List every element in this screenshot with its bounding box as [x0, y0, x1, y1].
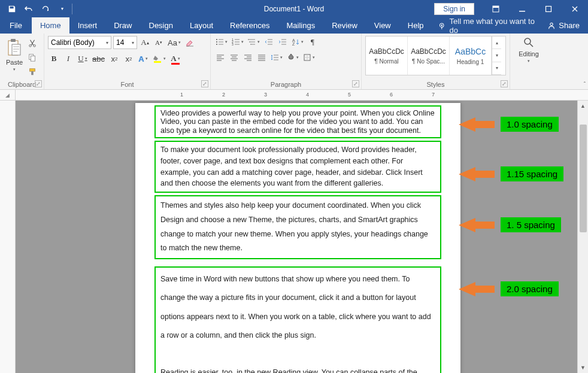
numbering-button[interactable]: 123 [231, 36, 245, 48]
minimize-button[interactable] [509, 0, 535, 17]
tab-home[interactable]: Home [32, 17, 69, 34]
highlight-button[interactable] [151, 53, 167, 65]
bold-button[interactable]: B [48, 53, 60, 65]
clear-formatting-button[interactable] [184, 37, 196, 48]
undo-button[interactable] [20, 1, 37, 17]
close-button[interactable] [562, 0, 588, 17]
text-effects-button[interactable]: A [137, 53, 149, 65]
redo-button[interactable] [37, 1, 54, 17]
subscript-button[interactable]: x2 [108, 53, 120, 65]
underline-button[interactable]: U [77, 53, 89, 65]
annotation-label: 1.15 spacing [501, 166, 563, 181]
svg-text:Z: Z [292, 42, 295, 46]
svg-rect-16 [31, 71, 34, 75]
document-area[interactable]: Video provides a powerful way to help yo… [16, 101, 588, 373]
paragraph-4[interactable]: Save time in Word with new buttons that … [154, 266, 441, 373]
italic-button[interactable]: I [62, 53, 74, 65]
decrease-indent-button[interactable] [263, 36, 275, 48]
font-size-selector[interactable]: 14▾ [113, 36, 137, 49]
group-font: Calibri (Body)▾ 14▾ A▴ A▾ Aa B I U abc x… [44, 34, 211, 89]
bullets-button[interactable] [214, 36, 229, 48]
vertical-scrollbar[interactable]: ▲ ▼ [577, 101, 588, 373]
align-left-button[interactable] [214, 51, 226, 63]
scroll-down-button[interactable]: ▼ [578, 362, 588, 373]
copy-button[interactable] [26, 51, 38, 63]
align-center-button[interactable] [228, 51, 240, 63]
scroll-up-button[interactable]: ▲ [578, 101, 588, 111]
clipboard-dialog-launcher[interactable]: ⤢ [35, 80, 42, 87]
share-button[interactable]: Share [539, 17, 588, 34]
change-case-button[interactable]: Aa [166, 37, 182, 48]
tab-mailings[interactable]: Mailings [278, 17, 324, 34]
ruler-corner: ◢ [0, 90, 16, 101]
paragraph-dialog-launcher[interactable]: ⤢ [352, 80, 359, 87]
style-no-spacing[interactable]: AaBbCcDc ¶ No Spac... [408, 37, 450, 75]
sign-in-button[interactable]: Sign in [434, 3, 474, 15]
annotation-2: 1.15 spacing [459, 166, 563, 181]
svg-point-19 [216, 41, 217, 43]
ribbon-display-options-icon[interactable] [483, 0, 509, 17]
grow-font-button[interactable]: A▴ [139, 37, 151, 48]
svg-point-20 [216, 44, 217, 45]
align-right-button[interactable] [242, 51, 254, 63]
annotation-label: 1.0 spacing [501, 117, 559, 132]
font-dialog-launcher[interactable]: ⤢ [201, 80, 208, 87]
paragraph-1[interactable]: Video provides a powerful way to help yo… [154, 105, 441, 138]
tab-review[interactable]: Review [323, 17, 366, 34]
editing-label: Editing [519, 50, 539, 57]
styles-group-label: Styles [362, 81, 510, 88]
horizontal-ruler[interactable]: ◢ 1 2 3 4 5 6 7 [0, 90, 588, 101]
font-color-button[interactable]: A [169, 53, 181, 65]
tab-layout[interactable]: Layout [181, 17, 222, 34]
tab-draw[interactable]: Draw [105, 17, 140, 34]
font-group-label: Font [44, 81, 210, 88]
tab-help[interactable]: Help [399, 17, 432, 34]
editing-button[interactable]: Editing ▾ [514, 36, 544, 63]
justify-button[interactable] [256, 51, 268, 63]
paragraph-3[interactable]: Themes and styles also help keep your do… [154, 195, 441, 259]
sort-button[interactable]: AZ [290, 36, 305, 48]
save-icon[interactable] [4, 1, 20, 17]
cut-button[interactable] [26, 37, 38, 49]
group-paragraph: 123 AZ ¶ Paragraph ⤢ [211, 34, 362, 89]
increase-indent-button[interactable] [277, 36, 289, 48]
qat-customize-icon[interactable]: ▾ [54, 1, 71, 17]
strikethrough-button[interactable]: abc [91, 53, 106, 65]
tab-file[interactable]: File [0, 17, 32, 34]
shrink-font-button[interactable]: A▾ [153, 37, 165, 48]
styles-more-button[interactable]: ▴▾▾ [492, 37, 501, 75]
format-painter-button[interactable] [26, 66, 38, 78]
paste-button[interactable]: Paste ▾ [4, 36, 25, 72]
line-spacing-button[interactable] [269, 51, 284, 63]
svg-point-11 [29, 45, 32, 47]
style-heading-1[interactable]: AaBbCc Heading 1 [450, 37, 492, 75]
svg-point-24 [248, 39, 249, 40]
paragraph-group-label: Paragraph [211, 81, 361, 88]
share-label: Share [559, 21, 580, 30]
show-marks-button[interactable]: ¶ [307, 36, 319, 48]
collapse-ribbon-button[interactable]: ˆ [584, 81, 586, 88]
superscript-button[interactable]: x2 [123, 53, 135, 65]
vertical-ruler[interactable] [0, 101, 16, 373]
tab-design[interactable]: Design [141, 17, 181, 34]
tab-view[interactable]: View [366, 17, 399, 34]
styles-gallery[interactable]: AaBbCcDc ¶ Normal AaBbCcDc ¶ No Spac... … [365, 36, 506, 75]
multilevel-list-button[interactable] [247, 36, 261, 48]
svg-point-7 [550, 23, 553, 25]
paragraph-2[interactable]: To make your document look professionall… [154, 141, 441, 193]
borders-button[interactable] [302, 51, 316, 63]
svg-point-18 [216, 39, 217, 40]
document-page[interactable]: Video provides a powerful way to help yo… [135, 103, 460, 373]
tab-references[interactable]: References [222, 17, 278, 34]
font-name-selector[interactable]: Calibri (Body)▾ [48, 36, 111, 49]
styles-dialog-launcher[interactable]: ⤢ [501, 80, 508, 87]
maximize-button[interactable] [535, 0, 562, 17]
tab-insert[interactable]: Insert [69, 17, 106, 34]
scroll-thumb[interactable] [580, 125, 587, 232]
tell-me-search[interactable]: Tell me what you want to do [438, 17, 539, 34]
shading-button[interactable] [286, 51, 300, 63]
svg-rect-2 [519, 11, 525, 12]
style-normal[interactable]: AaBbCcDc ¶ Normal [366, 37, 408, 75]
ribbon: Paste ▾ Clipboard ⤢ Calibri (Body)▾ 14▾ … [0, 34, 588, 90]
svg-rect-15 [30, 69, 35, 71]
